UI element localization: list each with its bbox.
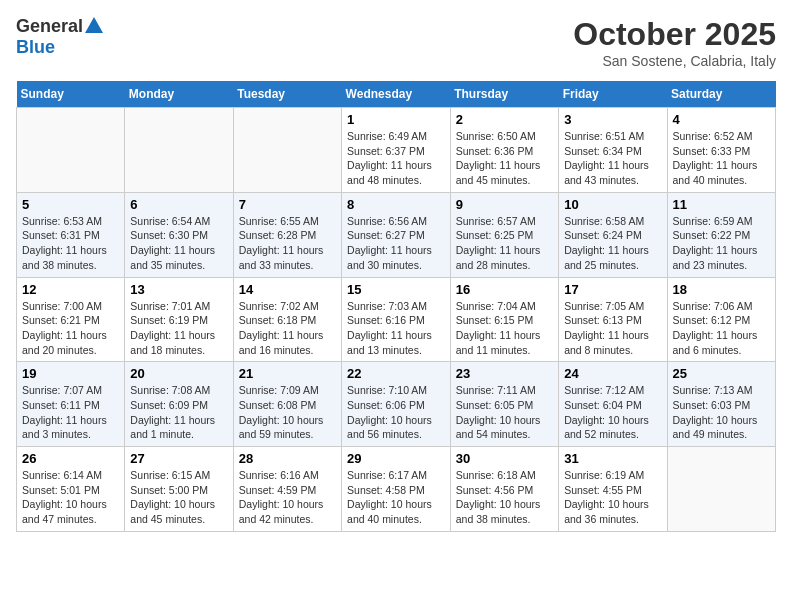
day-content: Sunrise: 6:17 AM Sunset: 4:58 PM Dayligh… bbox=[347, 468, 445, 527]
calendar-cell: 31Sunrise: 6:19 AM Sunset: 4:55 PM Dayli… bbox=[559, 447, 667, 532]
day-content: Sunrise: 7:03 AM Sunset: 6:16 PM Dayligh… bbox=[347, 299, 445, 358]
logo: General Blue bbox=[16, 16, 103, 58]
day-content: Sunrise: 6:19 AM Sunset: 4:55 PM Dayligh… bbox=[564, 468, 661, 527]
day-content: Sunrise: 6:50 AM Sunset: 6:36 PM Dayligh… bbox=[456, 129, 553, 188]
calendar-cell: 12Sunrise: 7:00 AM Sunset: 6:21 PM Dayli… bbox=[17, 277, 125, 362]
day-number: 1 bbox=[347, 112, 445, 127]
logo-blue-text: Blue bbox=[16, 37, 55, 58]
calendar-cell: 13Sunrise: 7:01 AM Sunset: 6:19 PM Dayli… bbox=[125, 277, 233, 362]
weekday-header-saturday: Saturday bbox=[667, 81, 775, 108]
day-number: 14 bbox=[239, 282, 336, 297]
calendar-cell: 8Sunrise: 6:56 AM Sunset: 6:27 PM Daylig… bbox=[342, 192, 451, 277]
calendar-cell: 21Sunrise: 7:09 AM Sunset: 6:08 PM Dayli… bbox=[233, 362, 341, 447]
calendar-cell: 30Sunrise: 6:18 AM Sunset: 4:56 PM Dayli… bbox=[450, 447, 558, 532]
day-content: Sunrise: 7:00 AM Sunset: 6:21 PM Dayligh… bbox=[22, 299, 119, 358]
day-content: Sunrise: 6:56 AM Sunset: 6:27 PM Dayligh… bbox=[347, 214, 445, 273]
week-row-5: 26Sunrise: 6:14 AM Sunset: 5:01 PM Dayli… bbox=[17, 447, 776, 532]
day-content: Sunrise: 6:54 AM Sunset: 6:30 PM Dayligh… bbox=[130, 214, 227, 273]
day-number: 15 bbox=[347, 282, 445, 297]
calendar-cell: 3Sunrise: 6:51 AM Sunset: 6:34 PM Daylig… bbox=[559, 108, 667, 193]
day-content: Sunrise: 7:11 AM Sunset: 6:05 PM Dayligh… bbox=[456, 383, 553, 442]
day-content: Sunrise: 6:53 AM Sunset: 6:31 PM Dayligh… bbox=[22, 214, 119, 273]
calendar-cell: 25Sunrise: 7:13 AM Sunset: 6:03 PM Dayli… bbox=[667, 362, 775, 447]
day-number: 23 bbox=[456, 366, 553, 381]
day-content: Sunrise: 6:18 AM Sunset: 4:56 PM Dayligh… bbox=[456, 468, 553, 527]
calendar-cell: 5Sunrise: 6:53 AM Sunset: 6:31 PM Daylig… bbox=[17, 192, 125, 277]
day-content: Sunrise: 7:08 AM Sunset: 6:09 PM Dayligh… bbox=[130, 383, 227, 442]
day-number: 13 bbox=[130, 282, 227, 297]
day-number: 18 bbox=[673, 282, 770, 297]
calendar-cell: 6Sunrise: 6:54 AM Sunset: 6:30 PM Daylig… bbox=[125, 192, 233, 277]
calendar-cell bbox=[667, 447, 775, 532]
page-header: General Blue October 2025 San Sostene, C… bbox=[16, 16, 776, 69]
weekday-header-thursday: Thursday bbox=[450, 81, 558, 108]
day-number: 12 bbox=[22, 282, 119, 297]
day-content: Sunrise: 6:51 AM Sunset: 6:34 PM Dayligh… bbox=[564, 129, 661, 188]
calendar-cell: 24Sunrise: 7:12 AM Sunset: 6:04 PM Dayli… bbox=[559, 362, 667, 447]
day-number: 17 bbox=[564, 282, 661, 297]
calendar-cell bbox=[17, 108, 125, 193]
day-number: 10 bbox=[564, 197, 661, 212]
calendar-cell: 20Sunrise: 7:08 AM Sunset: 6:09 PM Dayli… bbox=[125, 362, 233, 447]
calendar-cell: 16Sunrise: 7:04 AM Sunset: 6:15 PM Dayli… bbox=[450, 277, 558, 362]
week-row-4: 19Sunrise: 7:07 AM Sunset: 6:11 PM Dayli… bbox=[17, 362, 776, 447]
calendar-cell: 23Sunrise: 7:11 AM Sunset: 6:05 PM Dayli… bbox=[450, 362, 558, 447]
day-number: 20 bbox=[130, 366, 227, 381]
day-content: Sunrise: 7:05 AM Sunset: 6:13 PM Dayligh… bbox=[564, 299, 661, 358]
day-number: 24 bbox=[564, 366, 661, 381]
day-number: 31 bbox=[564, 451, 661, 466]
day-content: Sunrise: 6:57 AM Sunset: 6:25 PM Dayligh… bbox=[456, 214, 553, 273]
calendar-cell bbox=[233, 108, 341, 193]
day-number: 26 bbox=[22, 451, 119, 466]
day-number: 5 bbox=[22, 197, 119, 212]
calendar-cell: 26Sunrise: 6:14 AM Sunset: 5:01 PM Dayli… bbox=[17, 447, 125, 532]
day-number: 7 bbox=[239, 197, 336, 212]
day-content: Sunrise: 6:16 AM Sunset: 4:59 PM Dayligh… bbox=[239, 468, 336, 527]
logo-general-text: General bbox=[16, 16, 83, 37]
day-number: 27 bbox=[130, 451, 227, 466]
day-number: 22 bbox=[347, 366, 445, 381]
day-number: 19 bbox=[22, 366, 119, 381]
day-content: Sunrise: 6:49 AM Sunset: 6:37 PM Dayligh… bbox=[347, 129, 445, 188]
calendar-cell: 14Sunrise: 7:02 AM Sunset: 6:18 PM Dayli… bbox=[233, 277, 341, 362]
weekday-header-wednesday: Wednesday bbox=[342, 81, 451, 108]
day-number: 30 bbox=[456, 451, 553, 466]
month-title: October 2025 bbox=[573, 16, 776, 53]
day-content: Sunrise: 6:15 AM Sunset: 5:00 PM Dayligh… bbox=[130, 468, 227, 527]
weekday-header-friday: Friday bbox=[559, 81, 667, 108]
day-content: Sunrise: 7:10 AM Sunset: 6:06 PM Dayligh… bbox=[347, 383, 445, 442]
day-content: Sunrise: 7:09 AM Sunset: 6:08 PM Dayligh… bbox=[239, 383, 336, 442]
day-number: 28 bbox=[239, 451, 336, 466]
day-content: Sunrise: 6:59 AM Sunset: 6:22 PM Dayligh… bbox=[673, 214, 770, 273]
day-number: 21 bbox=[239, 366, 336, 381]
day-number: 11 bbox=[673, 197, 770, 212]
day-number: 3 bbox=[564, 112, 661, 127]
day-number: 9 bbox=[456, 197, 553, 212]
day-content: Sunrise: 6:14 AM Sunset: 5:01 PM Dayligh… bbox=[22, 468, 119, 527]
calendar-cell: 11Sunrise: 6:59 AM Sunset: 6:22 PM Dayli… bbox=[667, 192, 775, 277]
calendar-cell: 2Sunrise: 6:50 AM Sunset: 6:36 PM Daylig… bbox=[450, 108, 558, 193]
day-content: Sunrise: 7:06 AM Sunset: 6:12 PM Dayligh… bbox=[673, 299, 770, 358]
day-content: Sunrise: 6:52 AM Sunset: 6:33 PM Dayligh… bbox=[673, 129, 770, 188]
calendar-cell: 18Sunrise: 7:06 AM Sunset: 6:12 PM Dayli… bbox=[667, 277, 775, 362]
calendar-cell: 27Sunrise: 6:15 AM Sunset: 5:00 PM Dayli… bbox=[125, 447, 233, 532]
calendar-cell: 19Sunrise: 7:07 AM Sunset: 6:11 PM Dayli… bbox=[17, 362, 125, 447]
day-number: 16 bbox=[456, 282, 553, 297]
day-content: Sunrise: 7:01 AM Sunset: 6:19 PM Dayligh… bbox=[130, 299, 227, 358]
calendar-cell: 10Sunrise: 6:58 AM Sunset: 6:24 PM Dayli… bbox=[559, 192, 667, 277]
day-content: Sunrise: 6:55 AM Sunset: 6:28 PM Dayligh… bbox=[239, 214, 336, 273]
location-subtitle: San Sostene, Calabria, Italy bbox=[573, 53, 776, 69]
day-number: 4 bbox=[673, 112, 770, 127]
calendar-cell: 4Sunrise: 6:52 AM Sunset: 6:33 PM Daylig… bbox=[667, 108, 775, 193]
day-content: Sunrise: 7:02 AM Sunset: 6:18 PM Dayligh… bbox=[239, 299, 336, 358]
week-row-3: 12Sunrise: 7:00 AM Sunset: 6:21 PM Dayli… bbox=[17, 277, 776, 362]
calendar-cell: 15Sunrise: 7:03 AM Sunset: 6:16 PM Dayli… bbox=[342, 277, 451, 362]
calendar-cell: 9Sunrise: 6:57 AM Sunset: 6:25 PM Daylig… bbox=[450, 192, 558, 277]
day-content: Sunrise: 7:12 AM Sunset: 6:04 PM Dayligh… bbox=[564, 383, 661, 442]
weekday-header-tuesday: Tuesday bbox=[233, 81, 341, 108]
calendar-table: SundayMondayTuesdayWednesdayThursdayFrid… bbox=[16, 81, 776, 532]
calendar-cell: 7Sunrise: 6:55 AM Sunset: 6:28 PM Daylig… bbox=[233, 192, 341, 277]
day-number: 2 bbox=[456, 112, 553, 127]
calendar-cell: 1Sunrise: 6:49 AM Sunset: 6:37 PM Daylig… bbox=[342, 108, 451, 193]
day-content: Sunrise: 6:58 AM Sunset: 6:24 PM Dayligh… bbox=[564, 214, 661, 273]
